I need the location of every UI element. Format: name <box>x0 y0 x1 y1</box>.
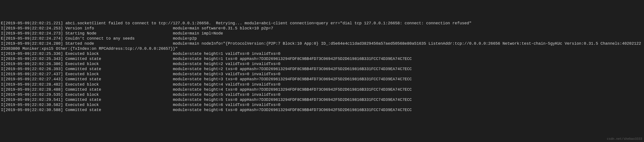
log-line: I[2019-05-09|22:02:27.437] Executed bloc… <box>1 72 643 77</box>
watermark-text: csdn.net/shebao3333 <box>607 137 642 141</box>
log-line: I[2019-05-09|22:02:26.386] Executed bloc… <box>1 62 643 66</box>
log-line: I[2019-05-09|22:02:29.535] Executed bloc… <box>1 92 643 97</box>
log-line: I[2019-05-09|22:02:27.443] Committed sta… <box>1 77 643 82</box>
log-line: I[2019-05-09|22:02:25.343] Committed sta… <box>1 56 643 62</box>
log-line: I[2019-05-09|22:02:24.273] Starting Node… <box>1 31 643 36</box>
log-line: I[2019-05-09|22:02:29.541] Committed sta… <box>1 97 643 102</box>
log-line: I[2019-05-09|22:02:25.336] Executed bloc… <box>1 51 643 56</box>
log-line: E[2019-05-09|22:02:24.274] Couldn't conn… <box>1 36 643 41</box>
log-line: I[2019-05-09|22:02:28.482] Executed bloc… <box>1 82 643 87</box>
log-line: I[2019-05-09|22:02:24.280] Started node … <box>1 41 643 51</box>
log-line: E[2019-05-09|22:02:21.221] abci.socketCl… <box>1 21 643 26</box>
log-line: I[2019-05-09|22:02:26.393] Committed sta… <box>1 66 643 72</box>
terminal-log-output: E[2019-05-09|22:02:21.221] abci.socketCl… <box>1 21 643 112</box>
log-line: I[2019-05-09|22:02:30.582] Executed bloc… <box>1 102 643 108</box>
log-line: I[2019-05-09|22:02:30.588] Committed sta… <box>1 108 643 112</box>
log-line: I[2019-05-09|22:02:28.488] Committed sta… <box>1 87 643 92</box>
log-line: I[2019-05-09|22:02:24.253] Version info … <box>1 26 643 31</box>
